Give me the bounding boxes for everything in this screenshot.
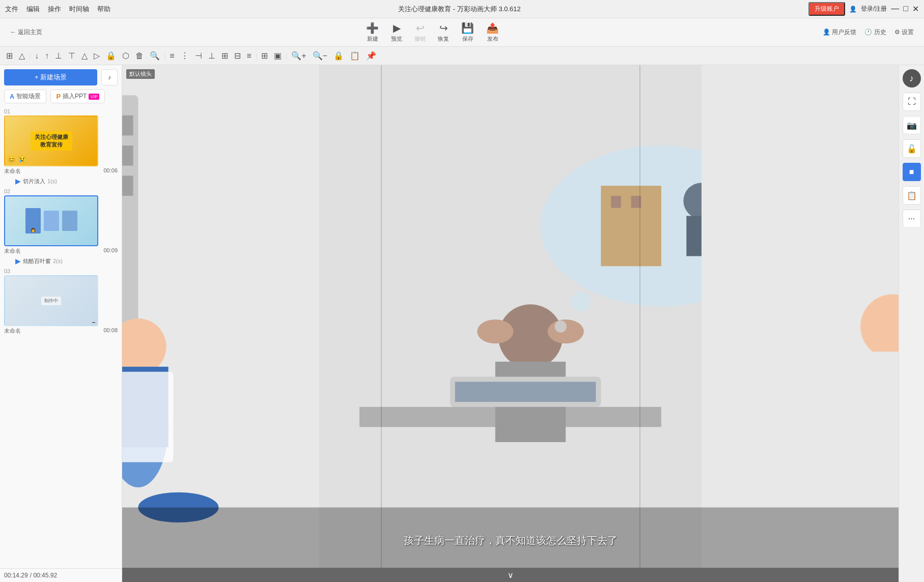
menu-bar[interactable]: 文件 编辑 操作 时间轴 帮助: [5, 5, 110, 14]
align-up[interactable]: ↑: [43, 50, 51, 62]
lock-icon[interactable]: 🔒: [104, 50, 118, 62]
right-sidebar: ♪ ⛶ 📷 🔓 ■ 📋 ···: [899, 65, 924, 582]
align-tool-2[interactable]: △: [17, 50, 27, 62]
dist-v-icon[interactable]: ⊥: [206, 50, 217, 62]
time-display: 00:14.29 / 00:45.92: [0, 568, 122, 582]
scene-3-header: 03: [0, 267, 122, 275]
frame-icon[interactable]: ⊞: [259, 50, 270, 62]
view-icon[interactable]: 🔍: [148, 50, 162, 62]
scene-2-info: 未命名 00:09: [0, 246, 122, 256]
svg-rect-30: [611, 196, 621, 208]
scene-2-name: 未命名: [4, 247, 21, 255]
toolbar-right: 👤 用户反馈 🕐 历史 ⚙ 设置: [823, 28, 914, 37]
scene-1-thumbnail[interactable]: 关注心理健康教育宣传 😊 😢: [4, 115, 98, 166]
panel-header: + 新建场景 ♪: [0, 65, 122, 90]
scene-item-1: 01 关注心理健康教育宣传 😊 😢 未命名 00:06 ▶: [0, 107, 122, 187]
scene-2-duration: 00:09: [103, 247, 118, 255]
align-bottom[interactable]: ⊥: [53, 50, 64, 62]
publish-btn[interactable]: 📤 发布: [486, 22, 499, 43]
undo-btn[interactable]: ↩ 撤销: [414, 22, 426, 43]
save-btn[interactable]: 💾 保存: [461, 22, 474, 43]
svg-rect-5: [122, 176, 133, 196]
svg-rect-4: [122, 146, 133, 166]
scene-1-transition[interactable]: ▶ 切片淡入 1(s): [0, 176, 122, 187]
menu-help[interactable]: 帮助: [97, 5, 110, 14]
canvas-area: 默认镜头: [122, 65, 899, 582]
music-button[interactable]: ♪: [101, 69, 118, 85]
dist-h-icon[interactable]: ⊣: [193, 50, 204, 62]
align-tool-1[interactable]: ⊞: [4, 50, 15, 62]
align-down[interactable]: ↓: [33, 50, 41, 62]
align-left-icon[interactable]: △: [79, 50, 90, 62]
main-toolbar: ← 返回主页 ➕ 新建 ▶ 预览 ↩ 撤销 ↪ 恢复 💾 保存 📤 发布 👤 用…: [0, 18, 924, 47]
music-note-btn[interactable]: ♪: [903, 69, 921, 88]
align-right-icon[interactable]: ▷: [92, 50, 102, 62]
svg-point-28: [554, 321, 567, 333]
menu-timeline[interactable]: 时间轴: [69, 5, 89, 14]
screenshot-btn[interactable]: 📷: [903, 116, 921, 134]
color-btn[interactable]: ■: [903, 163, 921, 181]
main-layout: + 新建场景 ♪ A 智能场景 P 插入PPT VIP 01: [0, 65, 924, 582]
user-icon: 👤: [849, 6, 857, 13]
lock2-icon[interactable]: 🔒: [331, 50, 346, 62]
scene-1-header: 01: [0, 107, 122, 115]
fullscreen-btn[interactable]: ⛶: [903, 93, 921, 111]
property-btn[interactable]: 📋: [903, 186, 921, 205]
back-home-btn[interactable]: ← 返回主页: [10, 28, 42, 37]
menu-operate[interactable]: 操作: [48, 5, 61, 14]
col-icon[interactable]: ⊟: [232, 50, 243, 62]
menu-edit[interactable]: 编辑: [26, 5, 40, 14]
preview-btn[interactable]: ▶ 预览: [391, 22, 402, 43]
grid-icon[interactable]: ⊞: [219, 50, 230, 62]
window-controls[interactable]: — □ ✕: [891, 4, 919, 14]
settings-btn[interactable]: ⚙ 设置: [894, 28, 914, 37]
upgrade-button[interactable]: 升级账户: [808, 2, 845, 16]
redo-btn[interactable]: ↪ 恢复: [438, 22, 449, 43]
login-btn[interactable]: 登录/注册: [861, 5, 887, 13]
history-btn[interactable]: 🕐 历史: [864, 28, 886, 37]
app-title: 关注心理健康教育 - 万彩动画大师 3.0.612: [398, 5, 521, 14]
new-btn[interactable]: ➕ 新建: [366, 22, 379, 43]
svg-rect-16: [122, 372, 174, 462]
svg-rect-39: [857, 352, 899, 472]
canvas-divider-2: [639, 65, 640, 568]
maximize-button[interactable]: □: [903, 4, 908, 14]
scene-3-thumbnail[interactable]: 制作中: [4, 275, 98, 326]
canvas-wrapper: 默认镜头: [122, 65, 899, 582]
scene-2-thumbnail[interactable]: 👩: [4, 195, 98, 246]
minimize-button[interactable]: —: [891, 4, 899, 14]
smart-scene-tab[interactable]: A 智能场景: [4, 90, 46, 103]
new-scene-button[interactable]: + 新建场景: [4, 69, 97, 85]
canvas-content[interactable]: 孩子生病一直治疗，真不知道该怎么坚持下去了: [122, 65, 899, 568]
copy-icon[interactable]: 📋: [348, 50, 362, 62]
scene-2-transition[interactable]: ▶ 炫酷百叶窗 2(s): [0, 256, 122, 267]
more-btn[interactable]: ···: [903, 210, 921, 228]
toolbar-center: ➕ 新建 ▶ 预览 ↩ 撤销 ↪ 恢复 💾 保存 📤 发布: [366, 22, 499, 43]
unlock-btn[interactable]: 🔓: [903, 139, 921, 158]
second-toolbar: ⊞ △ | ↓ ↑ ⊥ ⊤ △ ▷ 🔒 ⬡ 🗑 🔍 | ≡ ⋮ ⊣ ⊥ ⊞ ⊟ …: [0, 47, 924, 65]
align-h-icon[interactable]: ≡: [167, 50, 176, 62]
scene-svg: [122, 65, 899, 568]
align-v-icon[interactable]: ⋮: [179, 50, 191, 62]
collapse-canvas-btn[interactable]: ∨: [508, 570, 514, 580]
align-top[interactable]: ⊤: [66, 50, 77, 62]
title-bar-right: 升级账户 👤 登录/注册 — □ ✕: [808, 2, 919, 16]
scene-3-info: 未命名 00:08: [0, 326, 122, 336]
scene-item-3: 03 制作中 未命名 00:08: [0, 267, 122, 336]
svg-point-22: [477, 319, 513, 343]
scene-tabs: A 智能场景 P 插入PPT VIP: [0, 90, 122, 107]
zoom-out-icon[interactable]: 🔍−: [311, 50, 329, 62]
feedback-btn[interactable]: 👤 用户反馈: [823, 28, 856, 37]
frame2-icon[interactable]: ▣: [272, 50, 284, 62]
shape-icon[interactable]: ⬡: [120, 50, 131, 62]
zoom-in-icon[interactable]: 🔍+: [289, 50, 308, 62]
svg-rect-1: [122, 65, 319, 568]
paste-icon[interactable]: 📌: [364, 50, 378, 62]
insert-ppt-tab[interactable]: P 插入PPT VIP: [50, 90, 105, 103]
row-icon[interactable]: ≡: [245, 50, 254, 62]
menu-file[interactable]: 文件: [5, 5, 18, 14]
close-button[interactable]: ✕: [912, 4, 919, 14]
delete-icon[interactable]: 🗑: [133, 50, 146, 62]
left-panel: + 新建场景 ♪ A 智能场景 P 插入PPT VIP 01: [0, 65, 122, 582]
thumb-overlay-3: [92, 322, 95, 323]
